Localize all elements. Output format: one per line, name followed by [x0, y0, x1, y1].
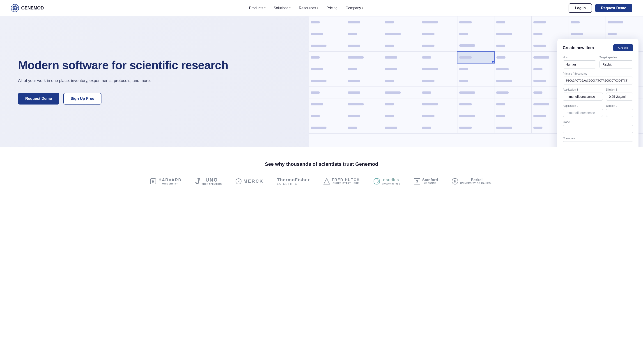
- grid-cell[interactable]: [569, 28, 606, 40]
- grid-cell[interactable]: [346, 75, 383, 87]
- grid-cell[interactable]: [383, 87, 420, 98]
- grid-cell[interactable]: [494, 28, 532, 40]
- dilution1-input[interactable]: [606, 92, 633, 101]
- grid-cell[interactable]: [457, 63, 494, 75]
- grid-cell[interactable]: [346, 16, 383, 28]
- grid-cell[interactable]: [606, 16, 643, 28]
- grid-cell[interactable]: [494, 87, 532, 98]
- grid-cell[interactable]: [457, 110, 494, 122]
- chevron-down-icon: ▾: [362, 6, 363, 10]
- grid-cell[interactable]: [383, 16, 420, 28]
- grid-cell[interactable]: [383, 63, 420, 75]
- grid-cell[interactable]: [346, 98, 383, 110]
- primary-secondary-input[interactable]: [563, 76, 633, 84]
- grid-cell[interactable]: [531, 16, 569, 28]
- grid-cell[interactable]: [420, 40, 457, 52]
- grid-cell[interactable]: [309, 110, 346, 122]
- grid-cell[interactable]: [420, 98, 457, 110]
- grid-cell[interactable]: [494, 98, 532, 110]
- grid-cell[interactable]: [420, 28, 457, 40]
- grid-cell[interactable]: [494, 110, 532, 122]
- svg-marker-8: [324, 178, 330, 184]
- grid-cell[interactable]: [420, 110, 457, 122]
- grid-cell[interactable]: [494, 63, 532, 75]
- conjugate-label: Conjugate: [563, 137, 633, 140]
- clone-input[interactable]: [563, 125, 633, 133]
- grid-cell[interactable]: [457, 87, 494, 98]
- grid-cell[interactable]: [569, 16, 606, 28]
- grid-cell[interactable]: [383, 40, 420, 52]
- logo-thermofisher: ThermoFisher SCIENTIFIC: [277, 177, 309, 186]
- grid-cell[interactable]: [494, 75, 532, 87]
- logos-row: H HARVARD UNIVERSITY J UNO THERAPEUTICS …: [11, 177, 632, 186]
- grid-cell[interactable]: [346, 28, 383, 40]
- request-demo-hero-button[interactable]: Request Demo: [18, 93, 59, 104]
- grid-cell[interactable]: [420, 87, 457, 98]
- signup-button[interactable]: Sign Up Free: [63, 93, 102, 104]
- grid-cell[interactable]: [383, 122, 420, 134]
- conjugate-input[interactable]: [563, 141, 633, 147]
- panel-header: Create new item Create: [563, 44, 633, 51]
- grid-cell[interactable]: [420, 122, 457, 134]
- grid-cell[interactable]: [457, 75, 494, 87]
- grid-cell[interactable]: [309, 87, 346, 98]
- grid-cell[interactable]: [383, 28, 420, 40]
- nav-item-solutions[interactable]: Solutions ▾: [270, 4, 294, 12]
- login-button[interactable]: Log In: [569, 4, 592, 13]
- grid-cell[interactable]: [383, 52, 420, 63]
- grid-cell[interactable]: [309, 40, 346, 52]
- host-input[interactable]: [563, 60, 596, 68]
- grid-cell[interactable]: [457, 98, 494, 110]
- merck-icon: M: [235, 178, 242, 184]
- grid-cell[interactable]: [383, 75, 420, 87]
- grid-cell[interactable]: [494, 16, 532, 28]
- host-label: Host: [563, 56, 596, 59]
- grid-cell[interactable]: [346, 63, 383, 75]
- grid-cell[interactable]: [346, 122, 383, 134]
- grid-cell[interactable]: [457, 16, 494, 28]
- application2-field: Application 2: [563, 104, 603, 117]
- logo[interactable]: GENEMOD: [11, 4, 44, 12]
- grid-cell[interactable]: [457, 52, 494, 63]
- dilution2-input[interactable]: [606, 109, 633, 117]
- application1-input[interactable]: [563, 92, 603, 101]
- grid-cell[interactable]: [309, 28, 346, 40]
- grid-cell[interactable]: [309, 98, 346, 110]
- application2-input[interactable]: [563, 109, 603, 117]
- nav-item-company[interactable]: Company ▾: [343, 4, 366, 12]
- grid-cell[interactable]: [309, 52, 346, 63]
- target-species-input[interactable]: [599, 60, 633, 68]
- grid-cell[interactable]: [346, 52, 383, 63]
- grid-cell[interactable]: [531, 28, 569, 40]
- nav-item-pricing[interactable]: Pricing: [323, 4, 341, 12]
- app2-dil2-row: Application 2 Dilution 2: [563, 104, 633, 117]
- grid-cell[interactable]: [457, 122, 494, 134]
- grid-cell[interactable]: [346, 87, 383, 98]
- grid-cell[interactable]: [494, 40, 532, 52]
- grid-cell[interactable]: [457, 40, 494, 52]
- grid-cell[interactable]: [309, 63, 346, 75]
- grid-cell[interactable]: [383, 110, 420, 122]
- grid-cell[interactable]: [309, 16, 346, 28]
- grid-cell[interactable]: [606, 28, 643, 40]
- grid-cell[interactable]: [494, 52, 532, 63]
- chevron-down-icon: ▾: [317, 6, 318, 10]
- grid-cell[interactable]: [346, 40, 383, 52]
- application1-field: Application 1: [563, 88, 603, 101]
- grid-cell[interactable]: [383, 98, 420, 110]
- grid-cell[interactable]: [494, 122, 532, 134]
- grid-cell[interactable]: [346, 110, 383, 122]
- grid-cell[interactable]: [420, 52, 457, 63]
- grid-cell[interactable]: [420, 75, 457, 87]
- grid-cell[interactable]: [309, 122, 346, 134]
- grid-cell[interactable]: [420, 63, 457, 75]
- nav-item-resources[interactable]: Resources ▾: [295, 4, 321, 12]
- request-demo-button[interactable]: Request Demo: [595, 4, 632, 12]
- target-species-field: Target species: [599, 56, 633, 68]
- create-button[interactable]: Create: [613, 44, 633, 51]
- grid-cell[interactable]: [420, 16, 457, 28]
- nav-item-products[interactable]: Products ▾: [246, 4, 268, 12]
- grid-cell[interactable]: [457, 28, 494, 40]
- logo-merck: M MERCK: [235, 178, 263, 184]
- grid-cell[interactable]: [309, 75, 346, 87]
